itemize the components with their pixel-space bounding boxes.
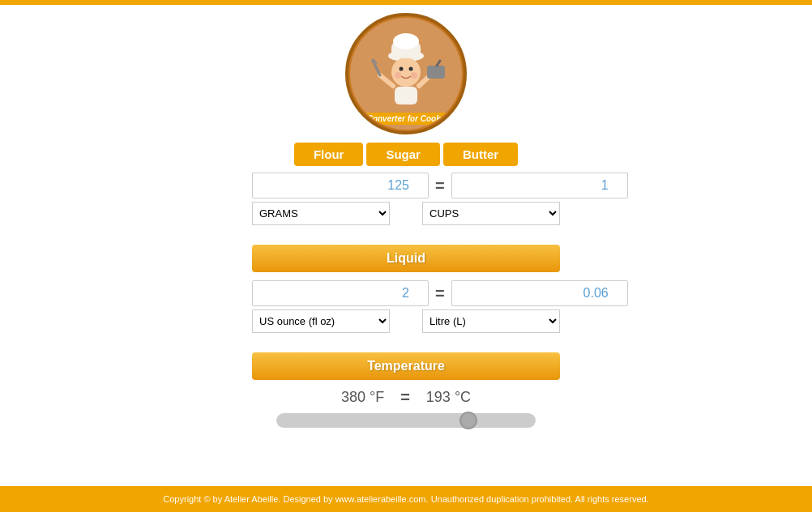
temperature-slider-container xyxy=(276,413,536,431)
sugar-tab[interactable]: Sugar xyxy=(366,143,440,166)
flour-unit-row: GRAMS OUNCES POUNDS KILOGRAMS CUPS TABLE… xyxy=(252,202,560,225)
flour-tab[interactable]: Flour xyxy=(294,143,364,166)
svg-point-7 xyxy=(395,72,401,79)
svg-point-6 xyxy=(409,67,413,71)
ingredient-tabs: Flour Sugar Butter xyxy=(294,143,518,166)
flour-output-unit[interactable]: CUPS TABLESPOONS TEASPOONS OUNCES xyxy=(422,202,560,225)
flour-input-row: = xyxy=(252,173,560,198)
main-content: Converter for Cooks Flour Sugar Butter =… xyxy=(0,5,812,486)
flour-input-unit[interactable]: GRAMS OUNCES POUNDS KILOGRAMS xyxy=(252,202,390,225)
logo-inner: Converter for Cooks xyxy=(350,18,462,130)
logo-circle: Converter for Cooks xyxy=(345,13,467,134)
liquid-unit-row: US ounce (fl oz) Millilitre (ml) Litre (… xyxy=(252,309,560,333)
liquid-input[interactable] xyxy=(252,280,429,306)
logo-title: Converter for Cooks xyxy=(367,114,446,123)
flour-converter: = GRAMS OUNCES POUNDS KILOGRAMS CUPS TAB… xyxy=(252,173,560,238)
svg-point-4 xyxy=(391,58,421,87)
svg-point-3 xyxy=(393,33,419,49)
celsius-value: 193 °C xyxy=(426,389,471,406)
chef-illustration xyxy=(357,25,455,122)
temperature-section: Temperature 380 °F = 193 °C xyxy=(252,352,560,431)
liquid-output-unit[interactable]: Litre (L) Millilitre (ml) US ounce (fl o… xyxy=(422,309,560,333)
fahrenheit-value: 380 °F xyxy=(341,389,384,406)
footer: Copyright © by Atelier Abeille. Designed… xyxy=(0,486,812,512)
temperature-display: 380 °F = 193 °C xyxy=(252,388,560,407)
liquid-equals: = xyxy=(435,284,445,303)
svg-rect-15 xyxy=(427,66,445,79)
temp-equals: = xyxy=(400,388,410,407)
liquid-header: Liquid xyxy=(252,245,560,272)
temperature-header: Temperature xyxy=(252,352,560,380)
liquid-section: Liquid = US ounce (fl oz) Millilitre (ml… xyxy=(252,245,560,346)
liquid-input-unit[interactable]: US ounce (fl oz) Millilitre (ml) Litre (… xyxy=(252,309,390,333)
butter-tab[interactable]: Butter xyxy=(443,143,518,166)
svg-point-8 xyxy=(411,72,417,79)
temperature-slider[interactable] xyxy=(276,413,536,428)
svg-point-5 xyxy=(400,67,404,71)
flour-equals: = xyxy=(435,177,445,195)
logo-container: Converter for Cooks xyxy=(345,13,467,134)
footer-text: Copyright © by Atelier Abeille. Designed… xyxy=(163,494,648,504)
liquid-input-row: = xyxy=(252,280,560,306)
flour-input[interactable] xyxy=(252,173,429,198)
svg-rect-18 xyxy=(390,53,422,58)
flour-output[interactable] xyxy=(451,173,628,198)
logo-banner: Converter for Cooks xyxy=(350,113,462,125)
liquid-output[interactable] xyxy=(451,280,628,306)
svg-rect-17 xyxy=(395,87,417,105)
